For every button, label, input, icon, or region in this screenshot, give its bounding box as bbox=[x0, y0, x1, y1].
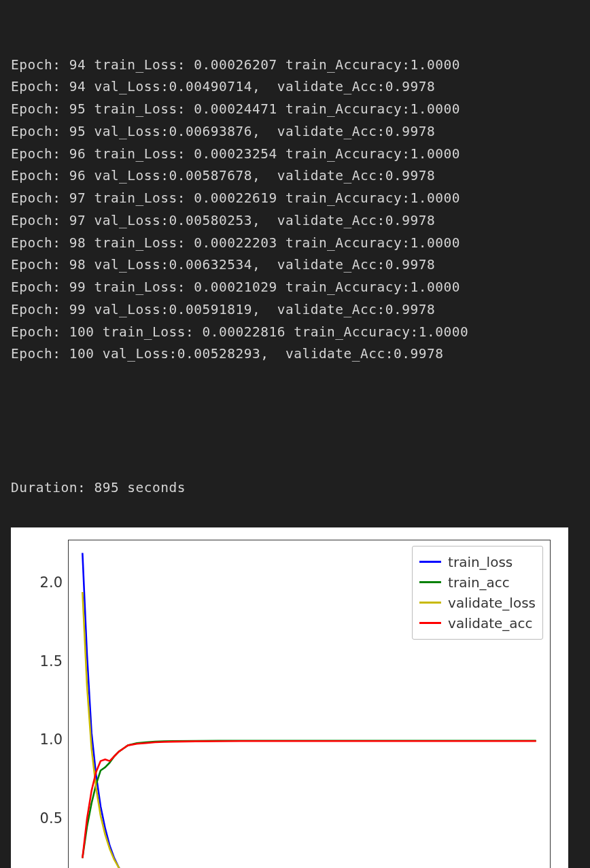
log-line: Epoch: 96 train_Loss: 0.00023254 train_A… bbox=[11, 143, 579, 166]
legend-swatch bbox=[419, 561, 441, 563]
legend-swatch bbox=[419, 581, 441, 583]
y-tick-label: 0.5 bbox=[22, 810, 63, 827]
duration-line: Duration: 895 seconds bbox=[11, 477, 579, 500]
legend-label: validate_acc bbox=[448, 615, 533, 631]
legend-swatch bbox=[419, 622, 441, 624]
series-validate_acc bbox=[82, 741, 536, 858]
log-line: Epoch: 97 train_Loss: 0.00022619 train_A… bbox=[11, 188, 579, 210]
y-tick-label: 2.0 bbox=[22, 574, 63, 591]
legend-item: train_acc bbox=[419, 572, 536, 593]
training-curves-chart: train_losstrain_accvalidate_lossvalidate… bbox=[11, 527, 568, 869]
training-log-output: Epoch: 94 train_Loss: 0.00026207 train_A… bbox=[0, 0, 590, 527]
chart-legend: train_losstrain_accvalidate_lossvalidate… bbox=[412, 546, 543, 640]
legend-swatch bbox=[419, 602, 441, 604]
legend-item: train_loss bbox=[419, 552, 536, 572]
legend-label: validate_loss bbox=[448, 595, 536, 611]
log-line: Epoch: 96 val_Loss:0.00587678, validate_… bbox=[11, 165, 579, 188]
legend-item: validate_acc bbox=[419, 613, 536, 633]
series-train_acc bbox=[82, 740, 536, 858]
log-line: Epoch: 95 train_Loss: 0.00024471 train_A… bbox=[11, 99, 579, 121]
legend-label: train_loss bbox=[448, 554, 513, 570]
legend-label: train_acc bbox=[448, 574, 510, 591]
log-line: Epoch: 100 val_Loss:0.00528293, validate… bbox=[11, 343, 579, 366]
y-tick-label: 1.0 bbox=[22, 731, 63, 748]
log-line: Epoch: 95 val_Loss:0.00693876, validate_… bbox=[11, 121, 579, 143]
legend-item: validate_loss bbox=[419, 593, 536, 613]
log-line: Epoch: 99 train_Loss: 0.00021029 train_A… bbox=[11, 277, 579, 299]
log-line: Epoch: 94 train_Loss: 0.00026207 train_A… bbox=[11, 54, 579, 77]
log-line: Epoch: 98 train_Loss: 0.00022203 train_A… bbox=[11, 232, 579, 255]
log-line: Epoch: 97 val_Loss:0.00580253, validate_… bbox=[11, 210, 579, 232]
log-line: Epoch: 99 val_Loss:0.00591819, validate_… bbox=[11, 299, 579, 322]
log-line: Epoch: 100 train_Loss: 0.00022816 train_… bbox=[11, 322, 579, 344]
chart-output-cell: train_losstrain_accvalidate_lossvalidate… bbox=[0, 527, 590, 869]
log-line: Epoch: 98 val_Loss:0.00632534, validate_… bbox=[11, 254, 579, 277]
log-line: Epoch: 94 val_Loss:0.00490714, validate_… bbox=[11, 76, 579, 99]
y-tick-label: 1.5 bbox=[22, 653, 63, 670]
